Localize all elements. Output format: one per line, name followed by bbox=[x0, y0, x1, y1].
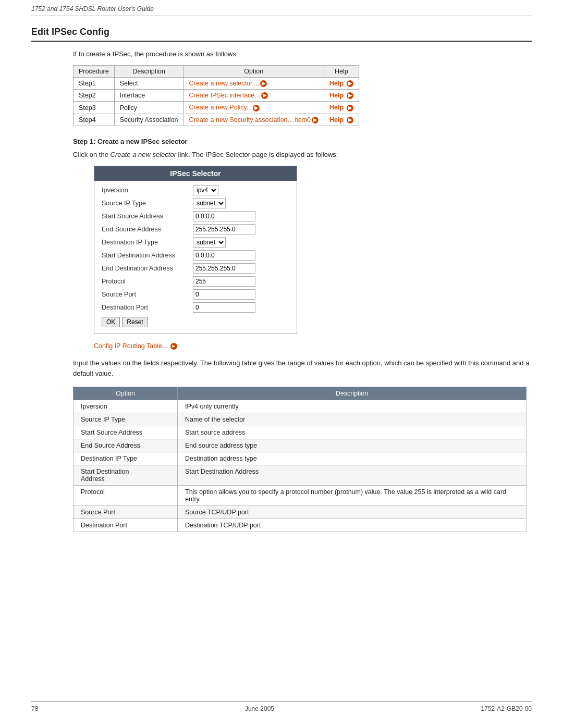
ipsec-field-row: Source Port bbox=[102, 289, 289, 300]
option-cell-description: This option allows you to specify a prot… bbox=[178, 486, 527, 506]
ipsec-input-protocol[interactable] bbox=[193, 276, 255, 287]
proc-cell-procedure: Step2 bbox=[74, 90, 115, 102]
option-cell-name: Start Destination Address bbox=[74, 465, 178, 486]
desc-col-header: Description bbox=[114, 66, 183, 78]
ipsec-input-end-destination-address[interactable] bbox=[193, 263, 255, 274]
ipsec-field-row: Ipversionipv4 bbox=[102, 185, 289, 195]
ipsec-reset-button[interactable]: Reset bbox=[122, 317, 148, 327]
proc-cell-help: Help ▶ bbox=[324, 78, 359, 90]
ipsec-select-ipversion[interactable]: ipv4 bbox=[193, 185, 218, 195]
ipsec-field-label: Destination IP Type bbox=[102, 239, 193, 246]
footer-left: 78 bbox=[31, 705, 38, 712]
ipsec-field-label: Protocol bbox=[102, 278, 193, 285]
option-cell-description: Destination TCP/UDP port bbox=[178, 519, 527, 532]
option-cell-description: IPv4 only currently bbox=[178, 400, 527, 413]
proc-help-link[interactable]: Help bbox=[329, 80, 346, 87]
ipsec-field-row: Destination Port bbox=[102, 302, 289, 313]
option-cell-description: Start Destination Address bbox=[178, 465, 527, 486]
option-table-row: Destination PortDestination TCP/UDP port bbox=[74, 519, 527, 532]
proc-help-link[interactable]: Help bbox=[329, 104, 346, 111]
option-cell-description: Source TCP/UDP port bbox=[178, 506, 527, 519]
help-col-header: Help bbox=[324, 66, 359, 78]
option-cell-name: Source Port bbox=[74, 506, 178, 519]
option-table-col2: Description bbox=[178, 387, 527, 400]
proc-cell-help: Help ▶ bbox=[324, 90, 359, 102]
option-table-row: End Source AddressEnd source address typ… bbox=[74, 439, 527, 452]
step1-desc: Click on the Create a new selector link.… bbox=[73, 151, 532, 158]
proc-table-row: Step3PolicyCreate a new Policy...▶Help ▶ bbox=[74, 102, 359, 114]
option-cell-description: Start source address bbox=[178, 426, 527, 439]
step1-heading: Step 1: Create a new IPSec selector bbox=[73, 138, 532, 145]
option-table-row: Source PortSource TCP/UDP port bbox=[74, 506, 527, 519]
proc-option-link[interactable]: Create a new Policy... bbox=[189, 104, 252, 111]
proc-cell-procedure: Step1 bbox=[74, 78, 115, 90]
option-cell-name: Destination Port bbox=[74, 519, 178, 532]
ipsec-buttons: OKReset bbox=[102, 317, 289, 327]
ipsec-select-source-ip-type[interactable]: subnet bbox=[193, 198, 226, 208]
intro-text: If to create a IPSec, the procedure is s… bbox=[73, 50, 532, 58]
ipsec-input-source-port[interactable] bbox=[193, 289, 255, 300]
ipsec-field-label: Source Port bbox=[102, 291, 193, 298]
ipsec-field-row: Start Destination Address bbox=[102, 250, 289, 261]
ipsec-ok-button[interactable]: OK bbox=[102, 317, 120, 327]
proc-cell-description: Select bbox=[114, 78, 183, 90]
proc-help-link[interactable]: Help bbox=[329, 116, 346, 124]
ipsec-input-start-destination-address[interactable] bbox=[193, 250, 255, 261]
ipsec-field-label: Start Destination Address bbox=[102, 252, 193, 259]
proc-cell-option: Create a new Security association... ite… bbox=[183, 114, 324, 126]
option-cell-description: End source address type bbox=[178, 439, 527, 452]
ipsec-input-destination-port[interactable] bbox=[193, 302, 255, 313]
proc-help-link[interactable]: Help bbox=[329, 92, 346, 99]
proc-info-icon: ▶ bbox=[253, 105, 260, 112]
ipsec-field-row: Start Source Address bbox=[102, 211, 289, 221]
option-table-col1: Option bbox=[74, 387, 178, 400]
proc-cell-help: Help ▶ bbox=[324, 114, 359, 126]
procedure-table: Procedure Description Option Help Step1S… bbox=[73, 65, 359, 126]
option-cell-name: Start Source Address bbox=[74, 426, 178, 439]
option-cell-name: End Source Address bbox=[74, 439, 178, 452]
proc-table-row: Step1SelectCreate a new selector....▶Hel… bbox=[74, 78, 359, 90]
option-table-row: Source IP TypeName of the selector bbox=[74, 413, 527, 426]
help-info-icon: ▶ bbox=[347, 117, 353, 124]
config-ip-routing-link[interactable]: Config IP Routing Table... ► bbox=[94, 342, 532, 350]
ipsec-select-destination-ip-type[interactable]: subnet bbox=[193, 237, 226, 248]
ipsec-field-row: Protocol bbox=[102, 276, 289, 287]
help-info-icon: ▶ bbox=[347, 80, 353, 87]
footer-center: June 2005 bbox=[245, 705, 274, 712]
proc-col-header: Procedure bbox=[74, 66, 115, 78]
proc-option-link[interactable]: Create IPSec interface... bbox=[189, 92, 260, 99]
section-title: Edit IPSec Config bbox=[31, 27, 532, 42]
option-cell-name: Source IP Type bbox=[74, 413, 178, 426]
ipsec-field-label: Ipversion bbox=[102, 187, 193, 194]
input-desc: Input the values on the fields respectiv… bbox=[73, 358, 532, 378]
proc-table-row: Step4Security AssociationCreate a new Se… bbox=[74, 114, 359, 126]
proc-cell-option: Create a new selector....▶ bbox=[183, 78, 324, 90]
proc-cell-procedure: Step4 bbox=[74, 114, 115, 126]
ipsec-field-label: End Destination Address bbox=[102, 265, 193, 272]
page-footer: 78 June 2005 1752-A2-GB20-00 bbox=[31, 701, 532, 712]
option-description-table: Option Description IpversionIPv4 only cu… bbox=[73, 387, 527, 532]
option-table-row: Start Destination AddressStart Destinati… bbox=[74, 465, 527, 486]
option-cell-name: Ipversion bbox=[74, 400, 178, 413]
ipsec-input-end-source-address[interactable] bbox=[193, 224, 255, 235]
ipsec-input-start-source-address[interactable] bbox=[193, 211, 255, 221]
option-table-row: Destination IP TypeDestination address t… bbox=[74, 452, 527, 465]
proc-cell-description: Policy bbox=[114, 102, 183, 114]
ipsec-field-label: Source IP Type bbox=[102, 200, 193, 207]
proc-info-icon: ▶ bbox=[260, 80, 267, 87]
ipsec-field-label: Start Source Address bbox=[102, 213, 193, 220]
ipsec-selector-box: IPSec Selector Ipversionipv4Source IP Ty… bbox=[94, 166, 297, 334]
proc-cell-description: Security Association bbox=[114, 114, 183, 126]
proc-cell-description: Interface bbox=[114, 90, 183, 102]
ipsec-field-row: End Destination Address bbox=[102, 263, 289, 274]
proc-cell-option: Create IPSec interface...▶ bbox=[183, 90, 324, 102]
ipsec-field-label: End Source Address bbox=[102, 226, 193, 233]
option-col-header: Option bbox=[183, 66, 324, 78]
ipsec-field-row: Source IP Typesubnet bbox=[102, 198, 289, 208]
proc-option-link[interactable]: Create a new selector.... bbox=[189, 80, 260, 87]
option-cell-name: Protocol bbox=[74, 486, 178, 506]
option-cell-description: Name of the selector bbox=[178, 413, 527, 426]
create-selector-link-text: Create a new selector bbox=[111, 151, 176, 158]
footer-right: 1752-A2-GB20-00 bbox=[481, 705, 532, 712]
proc-option-link[interactable]: Create a new Security association... ite… bbox=[189, 116, 311, 124]
